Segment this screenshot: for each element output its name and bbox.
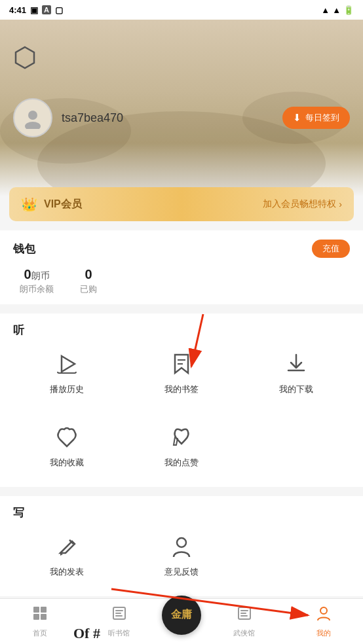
write-title: 写 [13,505,350,520]
signin-download-icon: ⬇ [293,112,301,124]
username: tsa7bea470 [62,111,123,125]
menu-downloads[interactable]: 我的下载 [242,340,350,404]
my-posts-label: 我的发表 [50,566,84,578]
menu-play-history[interactable]: 播放历史 [13,340,121,404]
write-section: 写 我的发表 意见反馈 [0,496,363,596]
daily-signin-button[interactable]: ⬇ 每日签到 [282,107,350,129]
svg-marker-3 [62,356,75,372]
svg-rect-10 [115,610,123,611]
screen-icon: ▢ [55,5,63,15]
center-tab-label: 金庸 [171,608,192,622]
menu-feedback[interactable]: 意见反馈 [128,523,236,587]
svg-point-2 [25,122,41,129]
purchased-label: 已购 [80,283,97,295]
rec-icon: A [42,5,51,14]
home-icon [31,605,48,626]
recharge-button[interactable]: 充值 [312,240,350,258]
tab-audiobooks-label: 听书馆 [108,628,130,638]
tab-wuxia[interactable]: 武侠馆 [204,605,284,638]
langbi-label: 朗币余额 [20,283,54,295]
status-time: 4:41 [9,5,26,15]
write-grid: 我的发表 意见反馈 [13,523,350,587]
wallet-section: 钱包 充值 0朗币 朗币余额 0 已购 [0,230,363,304]
likes-icon [167,423,196,452]
menu-collections[interactable]: 我的收藏 [13,414,121,478]
svg-rect-14 [240,610,248,611]
collections-label: 我的收藏 [50,457,84,469]
svg-rect-16 [240,615,248,617]
purchased-value: 0 [80,267,97,282]
svg-rect-15 [240,613,246,614]
wallet-header: 钱包 充值 [13,240,350,258]
wallet-title: 钱包 [13,241,35,257]
profile-left: tsa7bea470 [13,98,123,137]
listen-title: 听 [13,323,350,338]
tab-center-jinyong[interactable]: 金庸 [159,609,204,635]
menu-my-posts[interactable]: 我的发表 [13,523,121,587]
svg-rect-12 [115,615,123,617]
vip-bar[interactable]: 👑 VIP会员 加入会员畅想特权 › [9,187,354,221]
wifi-icon: ▲ [321,5,330,15]
svg-rect-8 [41,614,47,620]
svg-point-1 [28,111,37,120]
bookmarks-label: 我的书签 [164,384,199,395]
play-history-label: 播放历史 [50,384,84,395]
center-tab-circle: 金庸 [162,596,201,635]
svg-rect-7 [33,614,39,620]
wallet-purchased: 0 已购 [80,267,97,295]
svg-point-17 [320,607,327,614]
downloads-icon [282,349,311,378]
tab-bar: 首页 听书馆 金庸 武侠馆 [0,598,363,644]
collections-icon [52,423,81,452]
svg-point-4 [177,538,186,547]
notification-icon: ▣ [30,5,38,15]
audiobooks-icon [111,605,128,626]
battery-icon: 🔋 [343,5,354,15]
wuxia-icon [236,605,253,626]
play-history-icon [52,349,81,378]
tab-home-label: 首页 [33,628,47,638]
feedback-label: 意见反馈 [164,566,199,578]
tab-mine[interactable]: 我的 [284,605,363,638]
svg-rect-6 [41,607,47,613]
avatar[interactable] [13,98,52,137]
langbi-value: 0朗币 [20,267,54,282]
menu-likes[interactable]: 我的点赞 [128,414,236,478]
mine-icon [315,605,332,626]
vip-label: VIP会员 [44,198,82,211]
svg-rect-5 [33,607,39,613]
downloads-label: 我的下载 [279,384,313,395]
vip-cta: 加入会员畅想特权 › [263,198,342,210]
bookmarks-icon [167,349,196,378]
tab-audiobooks[interactable]: 听书馆 [79,605,159,638]
chevron-right-icon: › [339,199,342,209]
my-posts-icon [52,532,81,561]
tab-wuxia-label: 武侠馆 [233,628,255,638]
wallet-langbi: 0朗币 朗币余额 [20,267,54,295]
listen-section: 听 播放历史 我的书签 [0,313,363,487]
signal-icon: ▲ [332,5,341,15]
vip-left: 👑 VIP会员 [21,196,82,212]
status-icons: ▲ ▲ 🔋 [321,5,354,15]
feedback-icon [167,532,196,561]
menu-bookmarks[interactable]: 我的书签 [128,340,236,404]
listen-grid-top: 播放历史 我的书签 我的下载 [13,340,350,404]
status-bar: 4:41 ▣ A ▢ ▲ ▲ 🔋 [0,0,363,20]
crown-icon: 👑 [21,196,37,212]
likes-label: 我的点赞 [164,457,199,469]
tab-home[interactable]: 首页 [0,605,79,638]
svg-rect-11 [115,613,121,614]
header-background: tsa7bea470 ⬇ 每日签到 [0,20,363,196]
profile-row: tsa7bea470 ⬇ 每日签到 [0,98,363,137]
hexagon-logo [13,46,37,72]
tab-mine-label: 我的 [316,628,331,638]
listen-grid-bottom: 我的收藏 我的点赞 [13,414,350,478]
svg-marker-0 [16,47,34,68]
wallet-row: 0朗币 朗币余额 0 已购 [13,267,350,295]
